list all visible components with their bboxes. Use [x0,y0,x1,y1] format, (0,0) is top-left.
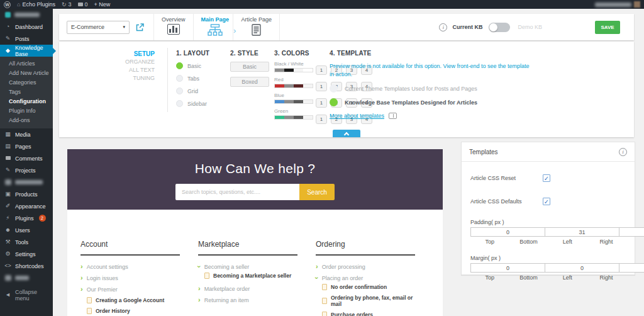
comments-link[interactable]: 0 [78,1,88,8]
submenu-all-articles[interactable]: All Articles [0,59,53,68]
category-link[interactable]: › Account settings [80,263,185,270]
sidebar-item-plugins[interactable]: ⚡ Plugins 2 [0,212,53,224]
sidebar-item-settings[interactable]: ⚙ Settings [0,248,53,260]
sidebar-item-projects[interactable]: ✎ Projects [0,164,53,176]
kb-demo-toggle[interactable] [489,23,510,32]
sidebar-item-redacted-2[interactable] [0,272,53,284]
plugins-update-badge: 2 [39,215,46,222]
save-button[interactable]: SAVE [595,21,620,34]
submenu-categories[interactable]: Categories [0,77,53,87]
submenu-add-new-article[interactable]: Add New Article [0,68,53,77]
padding-top-input[interactable] [470,227,545,237]
nav-organize[interactable]: ORGANIZE [69,58,155,66]
category-link[interactable]: › Login issues [80,274,185,281]
template-title: 4. TEMPLATE [330,50,550,57]
open-frontend-icon[interactable] [135,23,145,32]
padding-left-input[interactable] [619,227,644,237]
projects-icon: ✎ [4,167,11,173]
template-option-theme[interactable]: Current Theme Templates Used for Posts a… [330,84,550,93]
info-icon[interactable]: i [619,148,627,156]
updates-link[interactable]: ↻ 3 [62,1,72,8]
new-content-link[interactable]: + New [94,1,111,8]
margin-top-input[interactable] [470,263,545,273]
sidebar-item-redacted[interactable] [0,176,53,188]
sidebar-item-appearance[interactable]: ✐ Appearance [0,200,53,212]
kb-select-value: E-Commerce [71,24,104,30]
tab-flow-chevron-icon: › [233,26,236,35]
tab-article-page[interactable]: Article Page [233,14,280,40]
shortcode-icon: <> [4,263,11,269]
article-link[interactable]: Order History [87,308,185,314]
layout-title: 1. LAYOUT [176,50,209,57]
article-link[interactable]: Ordering by phone, fax, email or mail [322,295,420,307]
sidebar-item-posts[interactable]: ✎ Posts [0,33,53,45]
sidebar-item-tools[interactable]: ⚒ Tools [0,236,53,248]
category-link[interactable]: › Marketplace order [198,285,303,292]
sidebar-item-users[interactable]: ☻ Users [0,224,53,236]
article-link[interactable]: Creating a Google Account [87,297,185,303]
margin-bottom-input[interactable] [545,263,619,273]
sidebar-item-dashboard[interactable]: ◔ Dashboard [0,21,53,33]
submenu-configuration[interactable]: Configuration [0,96,53,106]
style-basic-button[interactable]: Basic [230,62,269,72]
preset-button[interactable]: 1 [316,98,327,108]
style-boxed-button[interactable]: Boxed [230,77,269,87]
category-link[interactable]: › Our Premier [80,286,185,293]
template-option-kb[interactable]: Knowledge Base Templates Designed for Ar… [330,98,550,106]
layout-option-basic[interactable]: Basic [176,62,209,69]
article-link[interactable]: No order confirmation [322,284,420,290]
tab-main-page[interactable]: Main Page [193,14,237,40]
panel-collapse-button[interactable] [333,130,360,137]
sidebar-item-knowledge-base[interactable]: ◆ Knowledge Base [0,45,53,57]
templates-panel-title: Templates [469,149,498,155]
nav-tuning[interactable]: TUNING [69,74,155,82]
comment-bubble-icon [78,3,83,6]
nav-all-text[interactable]: ALL TEXT [69,66,155,74]
layout-option-tabs[interactable]: Tabs [176,75,209,82]
docs-icon[interactable] [389,113,397,119]
collapse-menu-button[interactable]: ◄ Collapse menu [0,289,53,301]
info-icon[interactable]: i [439,23,447,31]
preset-button[interactable]: 1 [316,65,327,75]
article-css-defaults-checkbox[interactable]: ✓ [543,198,550,205]
submenu-plugin-info[interactable]: Plugin Info [0,106,53,115]
chevron-right-icon: › [316,263,318,270]
sidebar-item-comments[interactable]: Comments [0,152,53,164]
search-input[interactable] [175,184,299,200]
chevron-right-icon: › [80,286,83,293]
article-link[interactable]: Purchase orders [322,312,420,316]
margin-left-input[interactable] [619,263,644,273]
plugin-icon [5,12,11,18]
preset-button[interactable]: 1 [316,115,327,124]
category-link-open[interactable]: › Becoming a seller [198,263,303,270]
layout-option-sidebar[interactable]: Sidebar [176,100,209,107]
sidebar-item-pages[interactable]: ▤ Pages [0,140,53,152]
kb-preview: How Can We help ? Search Account › Accou… [67,149,443,316]
sidebar-item-media[interactable]: ▦ Media [0,128,53,140]
category-link[interactable]: › Order processing [316,263,420,270]
submenu-add-ons[interactable]: Add-ons [0,115,53,125]
wordpress-logo-icon[interactable]: W [4,1,11,8]
column-title: Ordering [316,240,415,256]
category-link[interactable]: › Returning an item [198,296,303,303]
nav-setup[interactable]: SETUP [69,50,155,58]
site-home-link[interactable]: ⌂ Echo Plugins [17,1,55,8]
kb-select[interactable]: E-Commerce ▾ [67,21,130,34]
chevron-right-icon: › [80,274,83,281]
category-link-open[interactable]: › Placing an order [316,274,420,281]
preset-button[interactable]: 1 [316,82,327,91]
article-css-reset-checkbox[interactable]: ✓ [543,174,550,182]
padding-bottom-input[interactable] [545,227,619,237]
dashboard-icon: ◔ [4,24,11,30]
more-about-templates-link[interactable]: More about templates [330,113,384,119]
sidebar-item-products[interactable]: ▣ Products [0,188,53,200]
sidebar-item-redacted-plugin[interactable] [0,9,53,21]
pages-icon: ▤ [4,144,11,149]
sidebar-item-shortcodes[interactable]: <> Shortcodes [0,260,53,272]
article-link[interactable]: Becoming a Marketplace seller [204,273,303,279]
submenu-tags[interactable]: Tags [0,87,53,96]
tab-overview[interactable]: Overview [153,14,193,40]
account-area[interactable] [595,1,640,8]
search-button[interactable]: Search [299,184,335,200]
layout-option-grid[interactable]: Grid [176,87,209,94]
